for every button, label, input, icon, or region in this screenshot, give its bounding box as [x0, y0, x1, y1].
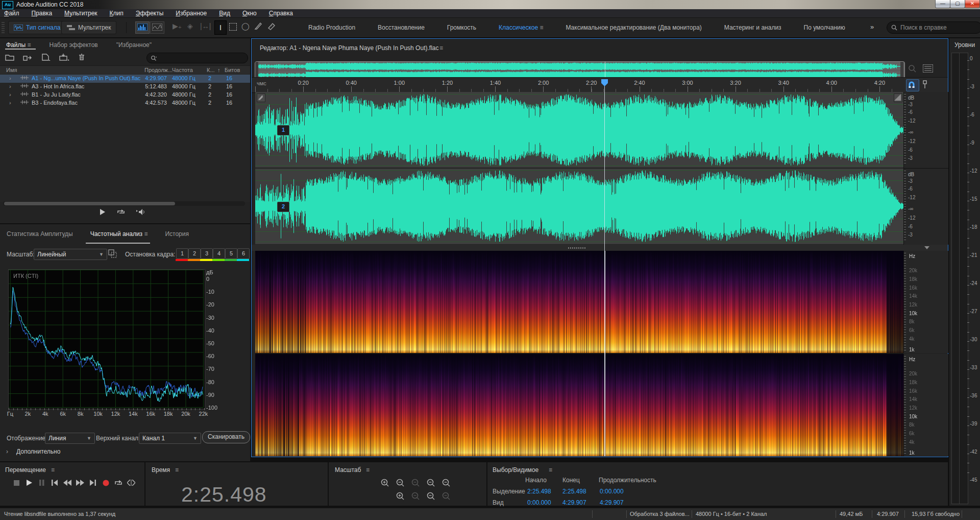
workspace-tab[interactable]: Восстановление	[378, 24, 425, 31]
menu-item-Вид[interactable]: Вид	[219, 10, 230, 17]
menu-item-Файл[interactable]: Файл	[4, 10, 19, 17]
loop-play-icon[interactable]	[113, 479, 124, 487]
help-search-input[interactable]: Поиск в справке	[887, 21, 980, 34]
scale-dropdown[interactable]: Линейный▼	[34, 249, 107, 260]
display-dropdown[interactable]: Линия▼	[45, 433, 95, 444]
hold-frame-button-2[interactable]: 2	[188, 248, 201, 259]
channel-2-badge[interactable]: 2	[277, 202, 289, 212]
file-row[interactable]: ›B3 - Endofaya.flac4:42.57348000 Гц216	[0, 99, 250, 107]
files-hscrollbar[interactable]	[3, 201, 245, 206]
file-row[interactable]: ›A1 - Ng...uma Naye (Push In Push Out).f…	[0, 75, 250, 83]
playhead-line[interactable]	[604, 79, 605, 456]
waveform-view-button[interactable]: Тип сигнала	[8, 21, 66, 34]
marquee-selection-tool-icon[interactable]	[229, 23, 237, 31]
channel-1-badge[interactable]: 1	[277, 125, 289, 135]
workspace-tab[interactable]: По умолчанию	[804, 24, 845, 31]
zoom-in-horizontal-icon[interactable]	[395, 491, 405, 503]
analysis-tab-0[interactable]: Статистика Амплитуды	[7, 230, 73, 238]
selection-value[interactable]: 2:25.498	[562, 488, 586, 495]
import-media-icon[interactable]	[59, 54, 69, 62]
zoom-out-vertical-icon[interactable]	[395, 478, 405, 489]
lasso-selection-tool-icon[interactable]: ◯	[241, 22, 250, 30]
menu-item-Избранное[interactable]: Избранное	[176, 10, 207, 17]
play-icon[interactable]	[24, 479, 34, 487]
close-button[interactable]: ✕	[965, 0, 980, 8]
zoom-amplitude-icon[interactable]	[441, 491, 451, 503]
hold-frame-button-1[interactable]: 1	[176, 248, 188, 259]
minimize-button[interactable]: —	[935, 0, 950, 8]
selection-value[interactable]: 4:29.907	[600, 499, 624, 506]
advanced-label[interactable]: Дополнительно	[16, 448, 60, 455]
spot-healing-tool-icon[interactable]	[267, 22, 276, 32]
menu-item-Окно[interactable]: Окно	[242, 10, 257, 17]
expand-chevron-icon[interactable]: ›	[9, 91, 11, 98]
rewind-icon[interactable]	[62, 479, 72, 487]
top-channel-dropdown[interactable]: Канал 1▼	[139, 433, 201, 444]
new-file-icon[interactable]	[41, 54, 51, 62]
paintbrush-tool-icon[interactable]	[254, 22, 262, 32]
workspace-tab[interactable]: Максимальное редактирование (Два монитор…	[566, 24, 701, 31]
auto-play-icon[interactable]	[136, 208, 145, 217]
time-panel-menu-icon[interactable]: ≡	[175, 466, 179, 474]
time-display[interactable]: 2:25.498	[181, 483, 329, 507]
workspace-tab[interactable]: Классическое ≡	[499, 24, 543, 31]
timeline-ruler[interactable]: чмс 0:200:401:001:201:402:002:202:403:00…	[252, 77, 948, 93]
zoom-in-vertical-icon[interactable]	[380, 478, 390, 489]
hold-frame-button-6[interactable]: 6	[237, 248, 250, 259]
workspace-tab[interactable]: Radio Production	[308, 24, 355, 31]
scrollbar-thumb[interactable]	[4, 202, 175, 205]
zoom-selection-left-icon[interactable]	[426, 478, 436, 489]
zoom-selection-right-icon[interactable]	[441, 478, 451, 489]
slip-tool-icon[interactable]: |↔|	[200, 22, 211, 30]
selection-panel-menu-icon[interactable]: ≡	[549, 466, 552, 474]
menu-item-Эффекты[interactable]: Эффекты	[136, 10, 164, 17]
zoom-out-full-icon[interactable]	[908, 64, 917, 75]
time-selection-tool-icon[interactable]: I	[214, 20, 227, 35]
selection-value[interactable]: 0:00.000	[600, 488, 624, 495]
workspace-overflow-chevron[interactable]: »	[870, 23, 874, 31]
workspace-tab[interactable]: Мастеринг и анализ	[724, 24, 781, 31]
overview-list-icon[interactable]	[923, 64, 933, 74]
open-folder-icon[interactable]	[5, 54, 14, 62]
marker-pin-icon[interactable]	[921, 80, 928, 91]
move-tool-icon[interactable]: ▶₊	[173, 22, 182, 30]
wave-diagonal-corner-icon[interactable]	[894, 93, 902, 102]
divider-grip[interactable]	[568, 247, 586, 249]
file-row[interactable]: ›A3 - Hot In Africa.flac5:12.48348000 Гц…	[0, 83, 250, 91]
wave-edit-corner-icon[interactable]	[257, 93, 265, 102]
hold-frame-button-5[interactable]: 5	[225, 248, 237, 259]
fast-forward-icon[interactable]	[75, 479, 85, 487]
advanced-chevron-icon[interactable]: ›	[6, 448, 8, 455]
skip-end-icon[interactable]	[88, 479, 98, 487]
spectrogram-display[interactable]	[255, 251, 903, 456]
menu-item-Мультитрек[interactable]: Мультитрек	[64, 10, 97, 17]
loop-play-icon[interactable]	[117, 208, 125, 217]
file-row[interactable]: ›B1 - Ju Ju Lady.flac4:42.32048000 Гц216	[0, 91, 250, 99]
skip-start-icon[interactable]	[50, 479, 60, 487]
analysis-tab-1[interactable]: Частотный анализ ≡	[90, 230, 148, 238]
files-search-input[interactable]	[146, 53, 248, 63]
expand-chevron-icon[interactable]: ›	[9, 100, 11, 106]
import-folder-icon[interactable]	[23, 54, 32, 62]
skip-selection-icon[interactable]	[126, 479, 136, 487]
show-spectrum-toggle[interactable]	[150, 21, 164, 34]
pause-icon[interactable]	[37, 479, 47, 487]
hold-frame-button-3[interactable]: 3	[201, 248, 213, 259]
zoom-panel-menu-icon[interactable]: ≡	[366, 466, 370, 474]
zoom-out-horizontal-icon[interactable]	[410, 491, 421, 503]
menu-item-Правка[interactable]: Правка	[32, 10, 53, 17]
transport-panel-menu-icon[interactable]: ≡	[51, 466, 55, 474]
waveform-display[interactable]	[255, 92, 903, 244]
menu-item-Справка[interactable]: Справка	[269, 10, 293, 17]
razor-tool-icon[interactable]: ◈	[187, 22, 193, 30]
selection-value[interactable]: 0:00.000	[527, 499, 551, 506]
selection-value[interactable]: 4:29.907	[562, 499, 586, 506]
expand-chevron-icon[interactable]: ›	[9, 75, 11, 81]
expand-chevron-icon[interactable]: ›	[9, 83, 11, 89]
editor-panel-menu-icon[interactable]: ≡	[439, 44, 443, 52]
play-icon[interactable]	[100, 208, 106, 217]
menu-item-Клип[interactable]: Клип	[110, 10, 124, 17]
record-icon[interactable]	[101, 479, 111, 487]
analysis-tab-2[interactable]: История	[165, 230, 189, 238]
collapse-triangle-icon[interactable]	[924, 246, 929, 249]
